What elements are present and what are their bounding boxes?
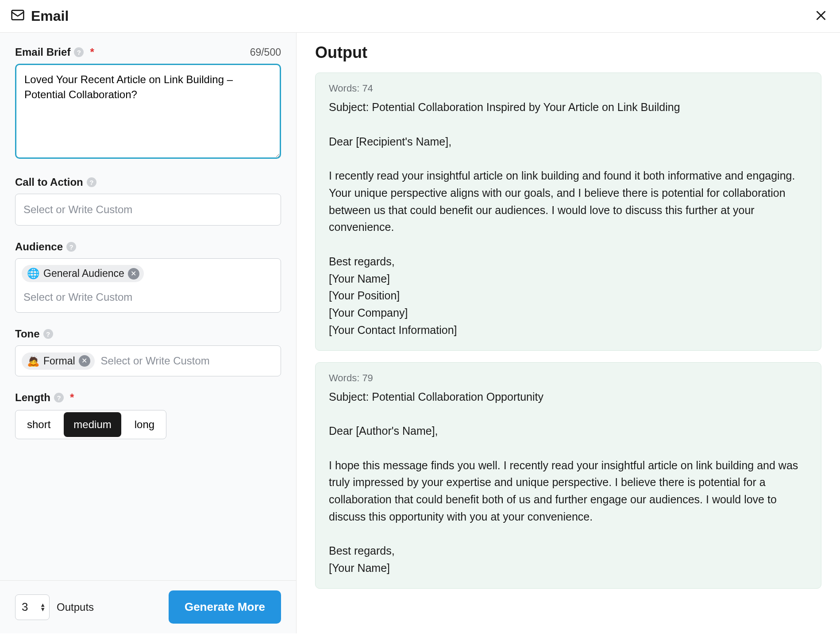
tone-input[interactable] <box>99 352 274 370</box>
person-bowing-icon: 🙇 <box>27 355 40 367</box>
email-icon <box>11 8 25 24</box>
svg-rect-0 <box>12 10 24 19</box>
field-tone: Tone ? 🙇 Formal ✕ <box>15 328 281 376</box>
globe-icon: 🌐 <box>27 268 40 280</box>
outputs-label: Outputs <box>57 601 94 613</box>
audience-select[interactable]: 🌐 General Audience ✕ <box>15 258 281 313</box>
outputs-count-input[interactable]: 3 ▲ ▼ <box>15 594 50 620</box>
field-length: Length ? * short medium long <box>15 391 281 439</box>
field-output-language: Output Language <box>15 454 281 467</box>
field-email-brief: Email Brief ? * 69/500 <box>15 46 281 161</box>
required-marker: * <box>70 391 74 404</box>
word-count: Words: 74 <box>329 83 808 94</box>
word-count: Words: 79 <box>329 372 808 384</box>
length-segmented: short medium long <box>15 410 166 439</box>
output-title: Output <box>315 43 821 62</box>
output-pane: Output Words: 74 Subject: Potential Coll… <box>297 33 840 633</box>
audience-input[interactable] <box>22 288 274 306</box>
help-icon[interactable]: ? <box>66 242 76 252</box>
length-short[interactable]: short <box>15 410 62 439</box>
field-audience: Audience ? 🌐 General Audience ✕ <box>15 241 281 313</box>
sidebar: Email Brief ? * 69/500 Call to Action ? <box>0 33 297 633</box>
close-icon <box>814 17 828 23</box>
output-body: Subject: Potential Collaboration Opportu… <box>329 388 808 577</box>
length-medium[interactable]: medium <box>64 412 121 437</box>
help-icon[interactable]: ? <box>43 329 53 339</box>
audience-chip-text: General Audience <box>43 268 124 280</box>
close-button[interactable] <box>814 9 828 23</box>
audience-label: Audience <box>15 241 63 253</box>
field-cta: Call to Action ? <box>15 176 281 226</box>
output-card[interactable]: Words: 74 Subject: Potential Collaborati… <box>315 73 821 351</box>
sidebar-footer: 3 ▲ ▼ Outputs Generate More <box>0 580 296 633</box>
tone-select[interactable]: 🙇 Formal ✕ <box>15 345 281 376</box>
tone-label: Tone <box>15 328 40 340</box>
email-brief-label: Email Brief <box>15 46 70 58</box>
length-label: Length <box>15 391 50 404</box>
remove-tone-chip[interactable]: ✕ <box>79 355 90 367</box>
cta-label: Call to Action <box>15 176 83 188</box>
length-long[interactable]: long <box>123 410 166 439</box>
generate-more-button[interactable]: Generate More <box>169 590 281 624</box>
output-card[interactable]: Words: 79 Subject: Potential Collaborati… <box>315 362 821 589</box>
email-brief-input[interactable] <box>15 64 281 159</box>
page-title: Email <box>31 8 69 24</box>
required-marker: * <box>90 46 94 58</box>
cta-select[interactable] <box>15 194 281 226</box>
outputs-step-down[interactable]: ▼ <box>40 607 46 611</box>
help-icon[interactable]: ? <box>74 47 84 57</box>
header: Email <box>0 0 840 33</box>
tone-chip-text: Formal <box>43 355 75 367</box>
outputs-count-value: 3 <box>22 600 28 614</box>
char-counter: 69/500 <box>250 46 281 58</box>
help-icon[interactable]: ? <box>54 393 64 402</box>
remove-audience-chip[interactable]: ✕ <box>128 268 139 280</box>
cta-input[interactable] <box>22 201 274 218</box>
output-body: Subject: Potential Collaboration Inspire… <box>329 99 808 339</box>
tone-chip: 🙇 Formal ✕ <box>22 352 95 370</box>
help-icon[interactable]: ? <box>87 177 96 187</box>
audience-chip: 🌐 General Audience ✕ <box>22 265 144 282</box>
